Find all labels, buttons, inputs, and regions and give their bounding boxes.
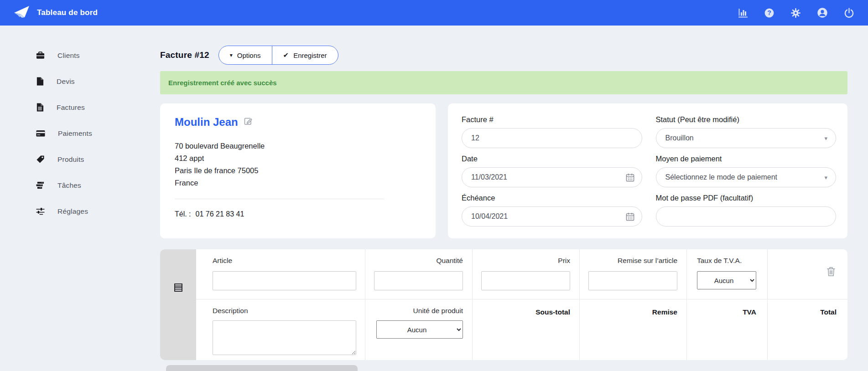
sidebar-item-label: Tâches (57, 181, 81, 190)
quantity-input[interactable] (374, 271, 463, 290)
client-card: Moulin Jean 70 boulevard Beaugrenelle 41… (160, 103, 436, 238)
sidebar-item-factures[interactable]: Factures (0, 94, 160, 120)
description-textarea[interactable] (213, 320, 356, 355)
client-phone: Tél. :01 76 21 83 41 (175, 210, 421, 218)
svg-text:?: ? (767, 9, 771, 16)
chevron-down-icon: ▾ (230, 52, 233, 58)
item-discount-input[interactable] (588, 271, 677, 290)
page-title: Facture #12 (160, 50, 209, 60)
sidebar-item-paiements[interactable]: Paiements (0, 120, 160, 146)
total-label: Total (767, 299, 847, 360)
item-discount-label: Remise sur l’article (580, 257, 677, 265)
status-label: Statut (Peut être modifié) (656, 115, 837, 124)
help-icon[interactable]: ? (764, 8, 774, 18)
sidebar-item-label: Paiements (58, 129, 92, 138)
pdf-password-input[interactable] (656, 206, 837, 227)
quantity-label: Quantité (365, 257, 463, 265)
drag-handle-icon (173, 282, 184, 293)
invoice-details-card: Facture # Date (448, 103, 847, 238)
sidebar-item-label: Factures (57, 103, 85, 112)
tva-label: TVA (686, 299, 767, 360)
product-unit-cell: Unité de produit Aucun (365, 299, 472, 360)
quantity-cell: Quantité (365, 249, 472, 299)
description-cell: Description (196, 299, 365, 360)
row-drag-handle[interactable] (160, 249, 196, 360)
product-unit-select[interactable]: Aucun (376, 320, 463, 339)
paper-plane-logo-icon (14, 5, 30, 21)
tag-icon (36, 155, 45, 164)
delete-row-cell (767, 249, 847, 299)
check-icon: ✔ (283, 51, 289, 59)
client-address: 70 boulevard Beaugrenelle 412 appt Paris… (175, 140, 421, 189)
subtotal-label: Sous-total (472, 299, 579, 360)
file-icon (36, 77, 44, 86)
logout-icon[interactable] (844, 8, 854, 18)
sidebar-item-devis[interactable]: Devis (0, 68, 160, 94)
sidebar-item-taches[interactable]: Tâches (0, 172, 160, 198)
sidebar-item-label: Devis (57, 77, 75, 86)
due-date-label: Échéance (462, 194, 642, 202)
main-content: Facture #12 ▾ Options ✔ Enregistrer Enre… (160, 26, 847, 371)
invoice-date-label: Date (462, 155, 642, 163)
sliders-icon (36, 207, 45, 215)
divider (175, 199, 384, 199)
discount-label: Remise (579, 299, 686, 360)
sidebar-item-label: Produits (57, 155, 84, 164)
sidebar-item-label: Réglages (57, 207, 88, 216)
trash-icon[interactable] (826, 267, 836, 278)
edit-client-icon[interactable] (244, 117, 253, 128)
calendar-icon (626, 212, 634, 221)
chevron-down-icon: ▾ (824, 135, 827, 142)
reports-icon[interactable] (738, 8, 748, 18)
save-button[interactable]: ✔ Enregistrer (272, 46, 338, 64)
account-icon[interactable] (817, 7, 828, 18)
due-date-input[interactable] (462, 206, 642, 227)
price-label: Prix (473, 257, 570, 265)
tax-rate-select[interactable]: Aucun (697, 271, 756, 289)
article-cell: Article (196, 249, 365, 299)
tax-rate-label: Taux de T.V.A. (697, 257, 767, 265)
status-select[interactable]: Brouillon ▾ (656, 128, 837, 148)
price-input[interactable] (481, 271, 570, 290)
next-section-edge (166, 365, 358, 371)
product-unit-label: Unité de produit (365, 307, 463, 315)
options-button[interactable]: ▾ Options (219, 46, 272, 64)
invoice-items-table: Article Quantité Prix Remise sur l’artic… (160, 249, 847, 360)
chevron-down-icon: ▾ (824, 174, 827, 181)
sidebar: Clients Devis Factures (0, 26, 160, 224)
top-navbar: Tableau de bord ? (0, 0, 868, 26)
payment-method-select[interactable]: Sélectionnez le mode de paiement ▾ (656, 167, 837, 187)
price-cell: Prix (472, 249, 579, 299)
payment-method-label: Moyen de paiement (656, 155, 837, 163)
brand[interactable]: Tableau de bord (14, 5, 98, 21)
pdf-password-label: Mot de passe PDF (facultatif) (656, 194, 837, 202)
file-text-icon (36, 103, 44, 112)
invoice-number-label: Facture # (462, 115, 642, 124)
app-title: Tableau de bord (37, 8, 98, 17)
sidebar-item-reglages[interactable]: Réglages (0, 198, 160, 224)
invoice-date-input[interactable] (462, 167, 642, 187)
settings-icon[interactable] (790, 8, 801, 18)
calendar-icon (626, 173, 634, 182)
article-input[interactable] (213, 271, 356, 290)
item-discount-cell: Remise sur l’article (579, 249, 686, 299)
sidebar-item-produits[interactable]: Produits (0, 146, 160, 172)
credit-card-icon (36, 129, 45, 138)
action-button-group: ▾ Options ✔ Enregistrer (218, 46, 338, 65)
success-alert: Enregistrement créé avec succès (160, 71, 847, 94)
tasks-icon (36, 181, 45, 189)
client-name-link[interactable]: Moulin Jean (175, 116, 238, 129)
tax-rate-cell: Taux de T.V.A. Aucun (686, 249, 767, 299)
invoice-number-input[interactable] (462, 128, 642, 148)
success-alert-message: Enregistrement créé avec succès (168, 79, 277, 87)
sidebar-item-label: Clients (57, 52, 80, 60)
description-label: Description (213, 307, 365, 315)
briefcase-icon (36, 51, 45, 60)
article-label: Article (213, 257, 365, 265)
sidebar-item-clients[interactable]: Clients (0, 42, 160, 68)
